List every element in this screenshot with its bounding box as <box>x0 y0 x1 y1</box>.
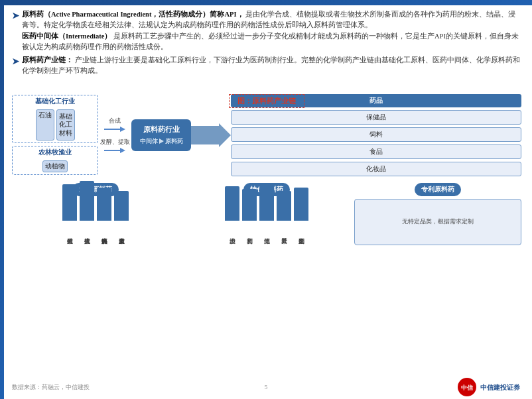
bar-label-2-1: 沙坦类 <box>229 221 235 245</box>
bar-label-1-4: 皮质激素类 <box>118 221 124 245</box>
bar-label-2-2: 普利类 <box>246 221 252 245</box>
arrow-text-1: 合成 <box>109 117 121 125</box>
bar-item-2-1: 沙坦类 <box>225 186 239 245</box>
arrow-text-2: 发酵、提取 <box>100 138 130 146</box>
content: ➤ 原料药（Active Pharmaceutical Ingredient，活… <box>12 9 521 378</box>
bar-label-1-2: 抗生素类 <box>84 221 90 245</box>
bar-1-4 <box>114 191 129 221</box>
bar-item-1-4: 皮质激素类 <box>114 191 129 245</box>
term-api: 原料药（Active Pharmaceutical Ingredient，活性药… <box>22 11 244 18</box>
bullet-1: ➤ 原料药（Active Pharmaceutical Ingredient，活… <box>12 9 521 52</box>
footer: 数据来源：药融云，中信建投 5 中信 中信建投证券 <box>12 378 520 396</box>
svg-marker-3 <box>120 148 125 153</box>
svg-marker-4 <box>191 123 231 147</box>
left-bar <box>0 0 4 399</box>
svg-text:中信: 中信 <box>461 384 474 391</box>
left-group: 基础化工行业 石油 基础化工材料 农林牧渔业 动植物 <box>12 95 98 175</box>
arrow-label-1: 合成 <box>104 117 125 133</box>
bullet-arrow-1: ➤ <box>12 9 19 23</box>
right-box-4: 食品 <box>231 144 521 159</box>
logo-area: 中信 中信建投证券 <box>458 378 520 396</box>
bottom-col-3-header: 专利原料药 <box>415 183 461 196</box>
bar-item-2-2: 普利类 <box>242 189 257 245</box>
center-sub: 中间体 原料药 <box>140 137 183 146</box>
term-intermediate: 医药中间体（Intermediate） <box>22 32 111 40</box>
left-box-chemical: 基础化工材料 <box>56 109 75 141</box>
bar-1-3 <box>97 188 111 221</box>
term-chain-desc: 产业链上游行业主要是基础化工原料行业，下游行业为医药制剂行业。完整的化学制药产业… <box>22 56 520 74</box>
svg-marker-1 <box>120 127 125 132</box>
bar-2-1 <box>225 186 239 221</box>
right-box-3: 饲料 <box>231 127 521 142</box>
bar-2-2 <box>242 189 257 221</box>
bar-2-3 <box>259 184 274 221</box>
bar-item-2-5: 造影剂类 <box>294 188 308 245</box>
text-section: ➤ 原料药（Active Pharmaceutical Ingredient，活… <box>12 9 521 77</box>
bars-row-1: 维生素类 抗生素类 解热镇痛类 皮质激素类 <box>62 199 129 245</box>
page: ➤ 原料药（Active Pharmaceutical Ingredient，活… <box>0 0 532 399</box>
bullet-1-text: 原料药（Active Pharmaceutical Ingredient，活性药… <box>22 9 521 52</box>
top-bar <box>0 0 532 5</box>
bar-1-1 <box>62 184 77 221</box>
bar-label-2-4: 肝素类 <box>281 221 287 245</box>
left-bottom-label: 农林牧渔业 <box>15 148 95 157</box>
center-sub-right: 原料药 <box>165 137 183 146</box>
bottom-col-2: 特色原料药 沙坦类 普利类 他汀类 <box>183 183 350 245</box>
footer-page: 5 <box>265 384 268 390</box>
right-box-2: 保健品 <box>231 110 521 125</box>
bullet-arrow-2: ➤ <box>12 55 19 68</box>
bar-item-1-2: 抗生素类 <box>80 181 94 245</box>
bar-label-2-5: 造影剂类 <box>298 221 304 245</box>
diagram-area: 图：原料药产业链 基础化工行业 石油 基础化工材料 <box>12 94 521 245</box>
center-sub-arrow <box>159 139 164 144</box>
bar-2-5 <box>294 188 308 221</box>
bullet-2: ➤ 原料药产业链： 产业链上游行业主要是基础化工原料行业，下游行业为医药制剂行业… <box>12 55 521 77</box>
footer-source: 数据来源：药融云，中信建投 <box>12 383 90 392</box>
bar-item-2-4: 肝素类 <box>277 191 291 245</box>
center-sub-left: 中间体 <box>140 137 158 146</box>
bars-row-2: 沙坦类 普利类 他汀类 肝素类 <box>225 199 308 245</box>
term-chain: 原料药产业链： <box>22 56 73 64</box>
bar-label-1-1: 维生素类 <box>66 221 72 245</box>
big-arrow <box>191 123 231 147</box>
diagram-title: 图：原料药产业链 <box>229 94 304 108</box>
left-bottom-box: 农林牧渔业 动植物 <box>12 146 98 175</box>
bar-label-2-3: 他汀类 <box>263 221 269 245</box>
right-box-5: 化妆品 <box>231 162 521 176</box>
center-title: 原料药行业 <box>143 125 180 135</box>
bottom-col-3: 专利原料药 无特定品类，根据需求定制 <box>354 183 521 245</box>
logo-text: 中信建投证券 <box>480 383 520 392</box>
arrow-label-2: 发酵、提取 <box>100 138 130 154</box>
left-box-oil: 石油 <box>36 109 54 141</box>
bottom-col-3-desc: 无特定品类，根据需求定制 <box>354 199 521 245</box>
bar-label-1-3: 解热镇痛类 <box>101 221 107 245</box>
bottom-col-1: 大宗原料药 维生素类 抗生素类 解热镇痛类 <box>12 183 179 245</box>
bottom-section: 大宗原料药 维生素类 抗生素类 解热镇痛类 <box>12 183 521 245</box>
bar-item-1-3: 解热镇痛类 <box>97 188 111 245</box>
bar-1-2 <box>80 181 94 221</box>
bullet-2-text: 原料药产业链： 产业链上游行业主要是基础化工原料行业，下游行业为医药制剂行业。完… <box>22 55 521 77</box>
center-box: 原料药行业 中间体 原料药 <box>131 119 191 151</box>
left-box-plant: 动植物 <box>42 160 68 172</box>
bar-item-2-3: 他汀类 <box>259 184 274 245</box>
bar-2-4 <box>277 191 291 221</box>
mid-arrows: 合成 发酵、提取 <box>98 117 131 154</box>
bar-item-1-1: 维生素类 <box>62 184 77 245</box>
logo-circle: 中信 <box>458 378 476 396</box>
left-top-box: 基础化工行业 石油 基础化工材料 <box>12 95 98 143</box>
left-top-label: 基础化工行业 <box>15 97 95 106</box>
